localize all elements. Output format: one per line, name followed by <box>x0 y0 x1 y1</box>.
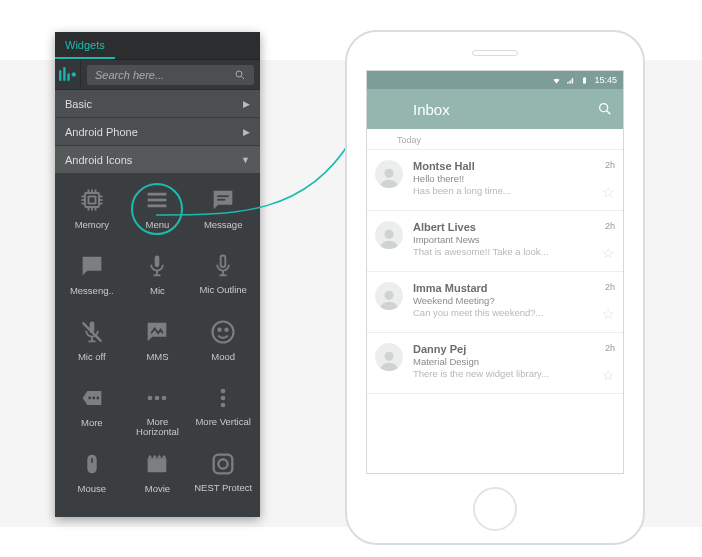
email-from: Albert Lives <box>413 221 602 233</box>
svg-point-37 <box>218 329 220 331</box>
mic-off-icon <box>76 316 108 348</box>
app-bar-title: Inbox <box>413 101 597 118</box>
widget-label: Mouse <box>78 483 107 494</box>
svg-point-46 <box>221 396 226 401</box>
chevron-down-icon: ▼ <box>241 155 250 165</box>
svg-point-42 <box>148 396 153 401</box>
category-label: Android Icons <box>65 154 132 166</box>
email-subject: Weekend Meeting? <box>413 295 602 306</box>
svg-rect-50 <box>148 458 167 472</box>
widget-memory[interactable]: Memory <box>59 180 125 242</box>
widget-more[interactable]: More <box>59 378 125 440</box>
widget-label: Mic Outline <box>199 285 247 295</box>
star-icon[interactable]: ☆ <box>602 367 615 383</box>
svg-point-38 <box>225 329 227 331</box>
day-label: Today <box>367 129 623 150</box>
library-icon[interactable] <box>55 60 81 89</box>
email-time: 2h <box>605 282 615 292</box>
email-row[interactable]: Montse Hall Hello there!! Has been a lon… <box>367 150 623 211</box>
email-time: 2h <box>605 160 615 170</box>
mood-icon <box>207 316 239 348</box>
email-from: Danny Pej <box>413 343 602 355</box>
widget-more-vertical[interactable]: More Vertical <box>190 378 256 440</box>
phone-speaker <box>472 50 518 56</box>
svg-rect-24 <box>217 195 229 197</box>
email-subject: Important News <box>413 234 602 245</box>
svg-point-36 <box>213 322 234 343</box>
widget-messenger[interactable]: Messeng.. <box>59 246 125 308</box>
star-icon[interactable]: ☆ <box>602 306 615 322</box>
svg-point-59 <box>384 230 393 239</box>
svg-point-41 <box>96 397 99 400</box>
widget-label: More Vertical <box>195 417 250 427</box>
widget-label: Mic <box>150 285 165 296</box>
email-row[interactable]: Albert Lives Important News That is awes… <box>367 211 623 272</box>
message-icon <box>207 184 239 216</box>
phone-home-button[interactable] <box>473 487 517 531</box>
widget-nest-protect[interactable]: NEST Protect <box>190 444 256 506</box>
widget-mic[interactable]: Mic <box>125 246 191 308</box>
widgets-sidebar: Widgets Basic ▶ Android Phone ▶ Android … <box>55 32 260 517</box>
svg-point-5 <box>236 71 242 77</box>
widget-mic-outline[interactable]: Mic Outline <box>190 246 256 308</box>
widget-mms[interactable]: MMS <box>125 312 191 374</box>
search-box[interactable] <box>87 65 254 85</box>
svg-point-43 <box>155 396 160 401</box>
email-subject: Hello there!! <box>413 173 602 184</box>
svg-point-61 <box>384 352 393 361</box>
avatar <box>375 221 403 249</box>
widget-more-horizontal[interactable]: More Horizontal <box>125 378 191 440</box>
phone-screen: 15:45 Inbox Today Montse Hall Hello ther… <box>366 70 624 474</box>
widget-label: Menu <box>146 219 170 230</box>
mouse-icon <box>76 448 108 480</box>
memory-icon <box>76 184 108 216</box>
mms-icon <box>141 316 173 348</box>
nest-protect-icon <box>207 448 239 480</box>
widget-label: Mood <box>211 351 235 362</box>
status-bar: 15:45 <box>367 71 623 89</box>
phone-mockup: 15:45 Inbox Today Montse Hall Hello ther… <box>345 30 645 545</box>
mic-icon <box>141 250 173 282</box>
widget-menu[interactable]: Menu <box>125 180 191 242</box>
signal-icon <box>566 76 575 85</box>
svg-rect-8 <box>88 197 95 204</box>
category-label: Basic <box>65 98 92 110</box>
email-row[interactable]: Danny Pej Material Design There is the n… <box>367 333 623 394</box>
email-preview: Can you meet this weekend?... <box>413 307 602 318</box>
search-input[interactable] <box>95 69 234 81</box>
more-icon <box>76 382 108 414</box>
svg-point-58 <box>384 169 393 178</box>
svg-rect-26 <box>155 256 160 268</box>
avatar <box>375 343 403 371</box>
search-icon[interactable] <box>597 101 613 117</box>
mic-outline-icon <box>207 250 239 282</box>
widget-mood[interactable]: Mood <box>190 312 256 374</box>
svg-rect-25 <box>217 199 225 201</box>
widget-movie[interactable]: Movie <box>125 444 191 506</box>
star-icon[interactable]: ☆ <box>602 245 615 261</box>
avatar <box>375 282 403 310</box>
svg-rect-55 <box>584 77 586 78</box>
svg-rect-51 <box>214 455 233 474</box>
svg-rect-7 <box>85 193 99 207</box>
widget-mic-off[interactable]: Mic off <box>59 312 125 374</box>
category-android-icons[interactable]: Android Icons ▼ <box>55 146 260 174</box>
widget-label: Movie <box>145 483 170 494</box>
chevron-right-icon: ▶ <box>243 99 250 109</box>
tab-widgets[interactable]: Widgets <box>55 32 115 59</box>
category-android-phone[interactable]: Android Phone ▶ <box>55 118 260 146</box>
menu-icon <box>141 184 173 216</box>
star-icon[interactable]: ☆ <box>602 184 615 200</box>
widget-label: Mic off <box>78 351 106 362</box>
category-basic[interactable]: Basic ▶ <box>55 90 260 118</box>
email-row[interactable]: Imma Mustard Weekend Meeting? Can you me… <box>367 272 623 333</box>
widget-mouse[interactable]: Mouse <box>59 444 125 506</box>
widget-message[interactable]: Message <box>190 180 256 242</box>
messenger-icon <box>76 250 108 282</box>
more-vertical-icon <box>207 382 239 414</box>
search-icon <box>234 69 246 81</box>
svg-point-45 <box>221 389 226 394</box>
app-bar: Inbox <box>367 89 623 129</box>
status-time: 15:45 <box>594 75 617 85</box>
sidebar-tabstrip: Widgets <box>55 32 260 60</box>
